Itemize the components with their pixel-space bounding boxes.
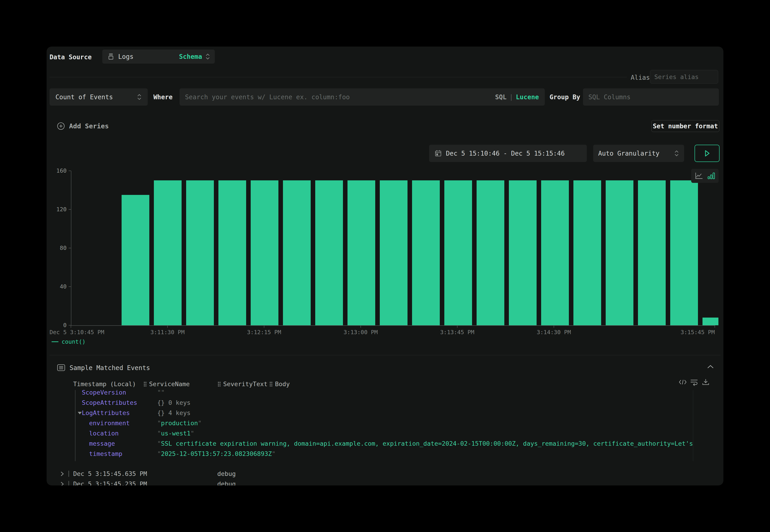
event-timestamp: Dec 5 3:15:45.635 PM <box>73 469 147 479</box>
event-row[interactable]: Dec 5 3:15:45.235 PMdebug <box>47 479 723 485</box>
x-axis-tick <box>167 326 168 328</box>
x-axis-tick-label: 3:13:45 PM <box>440 329 475 336</box>
log-detail-panel: ScopeVersion""ScopeAttributes{} 0 keysLo… <box>75 390 693 461</box>
event-row[interactable]: Dec 5 3:15:45.635 PMdebug <box>47 469 723 479</box>
column-label: Body <box>275 380 290 388</box>
event-timestamp: Dec 5 3:15:45.235 PM <box>73 479 147 485</box>
column-header-timestamp[interactable]: Timestamp (Local) <box>73 380 136 388</box>
legend-series-name: count() <box>62 338 85 345</box>
y-axis-tick-label: 160 <box>47 167 67 174</box>
drag-handle-icon[interactable] <box>217 381 221 387</box>
detail-key: message <box>89 438 115 449</box>
detail-key: timestamp <box>89 449 122 459</box>
log-detail-row[interactable]: message"SSL certificate expiration warni… <box>75 438 693 449</box>
detail-badge: {} 0 keys <box>157 398 190 408</box>
expander-triangle-icon[interactable] <box>78 412 82 414</box>
chart-legend[interactable]: count() <box>52 338 85 345</box>
y-axis-tick-label: 80 <box>47 244 67 252</box>
event-rows: Dec 5 3:15:45.635 PMdebugDec 5 3:15:45.2… <box>47 469 723 485</box>
log-detail-row[interactable]: ScopeVersion"" <box>75 390 693 398</box>
detail-value: "" <box>157 390 165 398</box>
chart-bar[interactable] <box>412 180 440 325</box>
y-axis-tick <box>69 209 71 210</box>
chart-bar[interactable] <box>703 318 718 325</box>
query-builder-panel: Data Source Logs Schema Alias Count of E… <box>47 47 723 485</box>
chart-type-toggle <box>691 169 719 183</box>
x-axis-tick <box>457 326 458 328</box>
y-axis-line <box>71 171 71 326</box>
chart-bar[interactable] <box>541 180 569 325</box>
y-axis-tick-label: 40 <box>47 283 67 290</box>
list-icon <box>56 363 66 372</box>
column-label: Timestamp (Local) <box>73 380 136 388</box>
log-detail-row[interactable]: timestamp"2025-12-05T13:57:23.082306893Z… <box>75 449 693 459</box>
x-axis-tick-label: 3:11:30 PM <box>150 329 185 336</box>
y-axis-tick-label: 0 <box>47 322 67 329</box>
y-axis-tick <box>69 171 71 171</box>
log-detail-row[interactable]: location"us-west1" <box>75 428 693 438</box>
chart-bar[interactable] <box>509 180 537 325</box>
log-detail-rows: ScopeVersion""ScopeAttributes{} 0 keysLo… <box>75 390 693 459</box>
chart-bar[interactable] <box>154 180 182 325</box>
line-chart-icon[interactable] <box>694 172 703 180</box>
chart-bar[interactable] <box>186 180 214 325</box>
x-axis-tick <box>554 326 554 328</box>
drag-handle-icon[interactable] <box>143 381 147 387</box>
event-severity: debug <box>217 469 236 479</box>
chart-bar[interactable] <box>477 180 504 325</box>
chart-bar[interactable] <box>670 180 698 325</box>
column-header-servicename[interactable]: ServiceName <box>143 380 190 388</box>
chart-bar[interactable] <box>638 180 666 325</box>
log-detail-row[interactable]: ScopeAttributes{} 0 keys <box>75 398 693 408</box>
legend-swatch <box>52 341 58 342</box>
x-axis-tick-label: 3:15:45 PM <box>680 329 715 336</box>
chart-bar[interactable] <box>444 180 472 325</box>
column-header-body[interactable]: Body <box>269 380 290 388</box>
column-label: SeverityText <box>223 380 267 388</box>
column-label: ServiceName <box>149 380 190 388</box>
y-axis-tick <box>69 248 71 248</box>
events-divider <box>50 355 720 355</box>
severity-indicator <box>68 481 69 485</box>
chart-bar[interactable] <box>315 180 343 325</box>
code-view-icon[interactable] <box>678 378 687 386</box>
x-axis-tick-label: 3:13:00 PM <box>343 329 378 336</box>
x-axis-tick <box>71 326 71 328</box>
detail-key: location <box>89 428 119 438</box>
detail-badge: {} 4 keys <box>157 408 190 418</box>
log-detail-row[interactable]: LogAttributes{} 4 keys <box>75 408 693 418</box>
wrap-text-icon[interactable] <box>690 378 698 386</box>
chart-bar[interactable] <box>380 180 408 325</box>
detail-key: LogAttributes <box>82 408 130 418</box>
x-axis-tick-label: 3:14:30 PM <box>537 329 571 336</box>
y-axis-tick-label: 120 <box>47 206 67 213</box>
x-axis-tick <box>360 326 361 328</box>
detail-value: "production" <box>157 418 202 428</box>
event-severity: debug <box>217 479 236 485</box>
detail-key: ScopeVersion <box>82 390 126 398</box>
download-icon[interactable] <box>702 378 710 386</box>
collapse-chevron-up-icon[interactable] <box>706 364 715 370</box>
bar-chart-icon[interactable] <box>707 172 716 180</box>
chart-bar[interactable] <box>347 180 375 325</box>
expand-chevron-icon[interactable] <box>60 481 65 485</box>
y-axis-tick <box>69 286 71 287</box>
chart-bar[interactable] <box>283 180 311 325</box>
detail-key: environment <box>89 418 130 428</box>
chart-bar[interactable] <box>218 180 246 325</box>
x-axis-tick-label: 3:12:15 PM <box>247 329 281 336</box>
column-header-severitytext[interactable]: SeverityText <box>217 380 267 388</box>
detail-value: "us-west1" <box>157 428 194 438</box>
y-axis-tick <box>69 325 71 326</box>
detail-key: ScopeAttributes <box>82 398 137 408</box>
detail-value: "2025-12-05T13:57:23.082306893Z" <box>157 449 275 459</box>
detail-value: "SSL certificate expiration warning, dom… <box>157 438 693 449</box>
chart-bar[interactable] <box>573 180 601 325</box>
log-detail-row[interactable]: environment"production" <box>75 418 693 428</box>
chart-bar[interactable] <box>606 180 633 325</box>
chart-bar[interactable] <box>251 180 278 325</box>
sample-matched-events-title: Sample Matched Events <box>70 364 150 372</box>
expand-chevron-icon[interactable] <box>60 471 65 477</box>
chart-bar[interactable] <box>122 195 149 325</box>
drag-handle-icon[interactable] <box>269 381 273 387</box>
